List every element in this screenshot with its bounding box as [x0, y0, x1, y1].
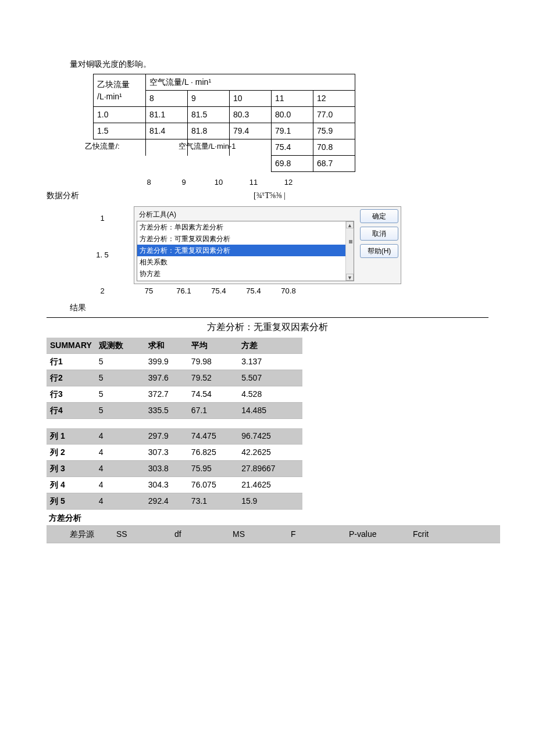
analysis-tools-dialog: 分析工具(A) 方差分析：单因素方差分析 方差分析：可重复双因素分析 方差分析：…: [134, 206, 401, 284]
table-row: 行25397.679.525.507: [47, 370, 302, 386]
table-row: 列 44304.376.07521.4625: [47, 476, 302, 493]
anova-header-row: 差异源 SS df MS F P-value Fcrit: [47, 525, 500, 543]
anova-title: 方差分析：无重复双因素分析: [47, 320, 488, 334]
anova-section-label: 方差分析: [49, 512, 488, 524]
hdr-mean: 平均: [188, 338, 238, 354]
t1-rowhdr: 乙块流量 /L·min¹: [94, 74, 146, 107]
t1-colgroup: 空气流量/L · min¹: [146, 74, 355, 91]
hdr-sum: 求和: [145, 338, 188, 354]
hdr-count: 观测数: [95, 338, 145, 354]
list-item-selected[interactable]: 方差分析：无重复双因素分析: [137, 245, 354, 256]
help-button[interactable]: 帮助(H): [360, 244, 398, 258]
hdr-fcrit: Fcrit: [413, 528, 471, 540]
scroll-up-icon[interactable]: ▲: [346, 221, 354, 228]
hdr-source: 差异源: [47, 528, 116, 540]
table-row: 列 14297.974.47596.7425: [47, 428, 302, 445]
table-row: 行35372.774.544.528: [47, 386, 302, 403]
t1-c2: 10: [230, 91, 272, 107]
ok-button[interactable]: 确定: [360, 209, 398, 223]
hdr-ms: MS: [233, 528, 291, 540]
hdr-ss: SS: [116, 528, 174, 540]
table-row: 行45335.567.114.485: [47, 403, 302, 419]
t1-c1: 9: [188, 91, 230, 107]
t1-c4: 12: [313, 91, 355, 107]
table-row: 列 34303.875.9527.89667: [47, 460, 302, 476]
t1-c0: 8: [146, 91, 188, 107]
list-item[interactable]: 描述统计: [137, 280, 354, 281]
hdr-f: F: [291, 528, 349, 540]
list-item[interactable]: 方差分析：单因素方差分析: [137, 221, 354, 233]
dialog-title: 分析工具(A): [137, 209, 354, 220]
hdr-df: df: [174, 528, 233, 540]
table-row: 列 54292.473.115.9: [47, 493, 302, 509]
list-item[interactable]: 协方差: [137, 268, 354, 280]
summary-table: SUMMARY 观测数 求和 平均 方差 行15399.979.983.137 …: [47, 338, 302, 510]
scrollbar[interactable]: ▲ ▼: [345, 221, 354, 281]
cancel-button[interactable]: 取消: [360, 227, 398, 241]
hdr-summary: SUMMARY: [47, 338, 95, 354]
scroll-thumb[interactable]: [349, 240, 352, 243]
t1-c3: 11: [272, 91, 313, 107]
hdr-pvalue: P-value: [349, 528, 413, 540]
list-item[interactable]: 方差分析：可重复双因素分析: [137, 233, 354, 245]
intro-text: 量对铜吸光度的影响。: [70, 58, 488, 70]
table-row: 列 24307.376.82542.2625: [47, 444, 302, 460]
table-row: 行15399.979.983.137: [47, 354, 302, 370]
hdr-var: 方差: [238, 338, 302, 354]
list-item[interactable]: 相关系数: [137, 256, 354, 268]
tools-listbox[interactable]: 方差分析：单因素方差分析 方差分析：可重复双因素分析 方差分析：无重复双因素分析…: [137, 221, 354, 281]
scroll-down-icon[interactable]: ▼: [346, 274, 354, 281]
